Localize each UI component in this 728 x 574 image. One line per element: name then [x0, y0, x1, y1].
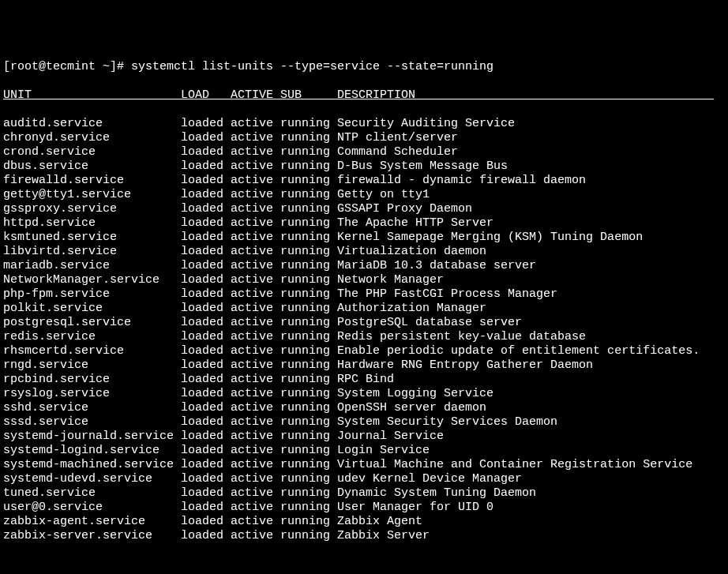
table-row: tuned.service loaded active running Dyna… — [3, 486, 725, 501]
table-row: redis.service loaded active running Redi… — [3, 330, 725, 344]
command-text: systemctl list-units --type=service --st… — [131, 60, 493, 73]
terminal-output[interactable]: [root@tecmint ~]# systemctl list-units -… — [3, 46, 725, 574]
table-row: zabbix-server.service loaded active runn… — [3, 529, 725, 543]
table-row: rsyslog.service loaded active running Sy… — [3, 387, 725, 401]
table-row: systemd-machined.service loaded active r… — [3, 458, 725, 472]
table-row: ksmtuned.service loaded active running K… — [3, 231, 725, 245]
table-row: firewalld.service loaded active running … — [3, 174, 725, 188]
table-row: auditd.service loaded active running Sec… — [3, 117, 725, 131]
table-row: polkit.service loaded active running Aut… — [3, 302, 725, 316]
blank-line — [3, 557, 725, 572]
table-row: libvirtd.service loaded active running V… — [3, 245, 725, 259]
table-row: gssproxy.service loaded active running G… — [3, 202, 725, 216]
unit-list: auditd.service loaded active running Sec… — [3, 117, 725, 543]
table-row: NetworkManager.service loaded active run… — [3, 273, 725, 287]
shell-prompt: [root@tecmint ~]# — [3, 60, 131, 73]
table-row: getty@tty1.service loaded active running… — [3, 188, 725, 202]
table-row: php-fpm.service loaded active running Th… — [3, 287, 725, 302]
table-row: rhsmcertd.service loaded active running … — [3, 344, 725, 358]
table-row: crond.service loaded active running Comm… — [3, 145, 725, 159]
table-row: postgresql.service loaded active running… — [3, 316, 725, 330]
table-row: rpcbind.service loaded active running RP… — [3, 373, 725, 387]
table-row: systemd-udevd.service loaded active runn… — [3, 472, 725, 486]
table-row: sssd.service loaded active running Syste… — [3, 415, 725, 430]
table-row: dbus.service loaded active running D-Bus… — [3, 159, 725, 174]
table-row: systemd-logind.service loaded active run… — [3, 444, 725, 458]
table-row: systemd-journald.service loaded active r… — [3, 430, 725, 444]
table-row: chronyd.service loaded active running NT… — [3, 131, 725, 145]
table-row: mariadb.service loaded active running Ma… — [3, 259, 725, 273]
prompt-line: [root@tecmint ~]# systemctl list-units -… — [3, 60, 725, 74]
table-row: zabbix-agent.service loaded active runni… — [3, 515, 725, 529]
table-row: httpd.service loaded active running The … — [3, 216, 725, 231]
table-row: sshd.service loaded active running OpenS… — [3, 401, 725, 415]
table-row: user@0.service loaded active running Use… — [3, 501, 725, 515]
table-row: rngd.service loaded active running Hardw… — [3, 358, 725, 373]
table-header: UNIT LOAD ACTIVE SUB DESCRIPTION — [3, 88, 725, 103]
